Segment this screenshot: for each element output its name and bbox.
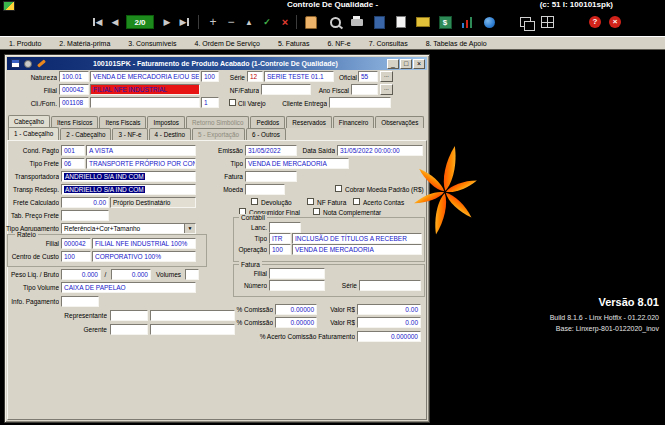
exit-button[interactable]: × [606, 13, 624, 31]
cascade-windows-button[interactable] [516, 13, 534, 31]
cli-varejo-checkbox[interactable] [229, 99, 236, 106]
peso-liq-field[interactable]: 0.000 [61, 269, 101, 280]
menu-item-consumiveis[interactable]: 3. Consumíveis [119, 40, 185, 47]
delete-record-button[interactable]: − [222, 13, 240, 31]
previous-record-button[interactable]: ◀ [106, 13, 124, 31]
filial-desc-field[interactable]: FILIAL NFE INDUSTRIAL [90, 84, 200, 95]
oficial-field[interactable]: 55 [358, 71, 378, 82]
cond-pagto-code-field[interactable]: 001 [61, 145, 85, 156]
ano-fiscal-field[interactable] [351, 84, 378, 95]
volumes-field[interactable] [185, 269, 199, 280]
cli-forn-seq-field[interactable]: 1 [201, 97, 219, 108]
help-button[interactable]: ? [586, 13, 604, 31]
tipo-frete-code-field[interactable]: 06 [61, 158, 85, 169]
menu-item-materia-prima[interactable]: 2. Matéria-prima [50, 40, 119, 47]
tab-preco-frete-field[interactable] [61, 210, 109, 221]
fatura-filial-field[interactable] [269, 268, 325, 279]
representante-code-field[interactable] [110, 310, 148, 321]
devolucao-checkbox[interactable] [251, 198, 258, 205]
comissao1-field[interactable]: 0.00000 [275, 304, 317, 315]
chart-button[interactable] [458, 13, 476, 31]
search-button[interactable] [326, 13, 344, 31]
chevron-down-icon[interactable]: ▼ [184, 224, 195, 233]
lanc-field[interactable] [269, 222, 301, 233]
acerto-comissao-field[interactable]: 0.000000 [357, 331, 421, 342]
centro-custo-code-field[interactable]: 100 [61, 251, 91, 262]
natureza-code-field[interactable]: 100.01 [59, 71, 89, 82]
tab-impostos[interactable]: Impostos [147, 116, 185, 128]
frete-calculado-field[interactable]: 0.00 [61, 197, 109, 208]
centro-custo-desc-field[interactable]: CORPORATIVO 100% [92, 251, 196, 262]
tipo-field[interactable]: VENDA DE MERCADORIA [245, 158, 349, 169]
serie-code-field[interactable]: 12 [247, 71, 263, 82]
tipo-volume-field[interactable]: CAIXA DE PAPELAO [61, 282, 196, 293]
wrench-icon[interactable] [37, 59, 46, 67]
menu-item-ordem-de-servico[interactable]: 4. Ordem De Serviço [186, 40, 269, 47]
menu-item-consultas[interactable]: 7. Consultas [360, 40, 417, 47]
restore-button[interactable]: □ [400, 59, 412, 69]
transp-redesp-field[interactable]: ANDRIELLO S/A IND COM [61, 184, 196, 195]
rateio-filial-desc-field[interactable]: FILIAL NFE INDUSTRIAL 100% [92, 238, 196, 249]
acerto-contas-checkbox[interactable] [353, 198, 360, 205]
natureza-num-field[interactable]: 100 [201, 71, 219, 82]
calculator-button[interactable] [370, 13, 388, 31]
transportadora-field[interactable]: ANDRIELLO S/A IND COM [61, 171, 196, 182]
nf-lookup-button[interactable]: ... [380, 84, 393, 95]
menu-item-nfe[interactable]: 6. NF-e [318, 40, 359, 47]
tab-reservados[interactable]: Reservados [286, 116, 332, 128]
tab-itens-fiscais[interactable]: Itens Fiscais [99, 116, 146, 128]
mail-button[interactable] [414, 13, 432, 31]
tab-observacoes[interactable]: Observações [375, 116, 424, 128]
peso-bruto-field[interactable]: 0.000 [111, 269, 151, 280]
nf-fatura-field[interactable] [261, 84, 311, 95]
rateio-filial-code-field[interactable]: 000042 [61, 238, 91, 249]
operacao-code-field[interactable]: 100 [269, 244, 291, 255]
valor2-field[interactable]: 0.00 [357, 317, 421, 328]
last-record-button[interactable]: ▶ [176, 13, 194, 31]
serie-desc-field[interactable]: SERIE TESTE 01.1 [264, 71, 334, 82]
cond-pagto-desc-field[interactable]: A VISTA [86, 145, 196, 156]
tile-windows-button[interactable] [538, 13, 556, 31]
valor1-field[interactable]: 0.00 [357, 304, 421, 315]
minimize-button[interactable]: _ [387, 59, 399, 69]
pin-icon[interactable] [24, 60, 32, 68]
confirm-button[interactable]: ✓ [258, 13, 276, 31]
subtab-2-cabecalho[interactable]: 2 - Cabeçalho [60, 128, 111, 140]
fatura-serie-field[interactable] [359, 280, 421, 291]
insert-record-button[interactable]: + [204, 13, 222, 31]
comissao2-field[interactable]: 0.00000 [275, 317, 317, 328]
moeda-field[interactable] [245, 184, 285, 195]
cancel-button[interactable]: × [276, 13, 294, 31]
close-button[interactable]: × [413, 59, 425, 69]
tab-itens-fisicos[interactable]: Itens Físicos [51, 116, 98, 128]
info-pagamento-field[interactable] [61, 296, 99, 307]
gerente-code-field[interactable] [110, 324, 148, 335]
tipo-agrupamento-combobox[interactable]: Referência+Cor+Tamanho▼ [61, 223, 196, 234]
first-record-button[interactable]: ◀ [88, 13, 106, 31]
block-button[interactable] [302, 13, 320, 31]
nf-fatura-checkbox[interactable] [307, 198, 314, 205]
filial-code-field[interactable]: 000042 [59, 84, 89, 95]
nota-complementar-checkbox[interactable] [313, 208, 320, 215]
subtab-1-cabecalho[interactable]: 1 - Cabeçalho [8, 127, 59, 140]
menu-item-produto[interactable]: 1. Produto [0, 40, 50, 47]
cli-forn-name-field[interactable] [90, 97, 200, 108]
serie-lookup-button[interactable]: ... [380, 71, 393, 82]
data-saida-field[interactable]: 31/05/2022 00:00:00 [337, 145, 423, 156]
next-record-button[interactable]: ▶ [158, 13, 176, 31]
tab-pedidos[interactable]: Pedidos [250, 116, 285, 128]
fatura-field[interactable] [245, 171, 297, 182]
post-record-button[interactable]: ▲ [240, 13, 258, 31]
subtab-6-outros[interactable]: 6 - Outros [246, 128, 286, 140]
web-button[interactable] [480, 13, 498, 31]
fatura-numero-field[interactable] [269, 280, 325, 291]
emissao-field[interactable]: 31/05/2022 [245, 145, 297, 156]
cli-forn-code-field[interactable]: 001108 [59, 97, 89, 108]
subtab-4-destino[interactable]: 4 - Destino [149, 128, 191, 140]
contabil-tipo-code-field[interactable]: ITR [269, 233, 291, 244]
tab-financeiro[interactable]: Financeiro [333, 116, 374, 128]
subtab-3-nfe[interactable]: 3 - NF-e [112, 128, 147, 140]
menu-item-tabelas-de-apoio[interactable]: 8. Tabelas de Apoio [417, 40, 496, 47]
menu-item-faturas[interactable]: 5. Faturas [269, 40, 319, 47]
finance-button[interactable]: $ [436, 13, 454, 31]
